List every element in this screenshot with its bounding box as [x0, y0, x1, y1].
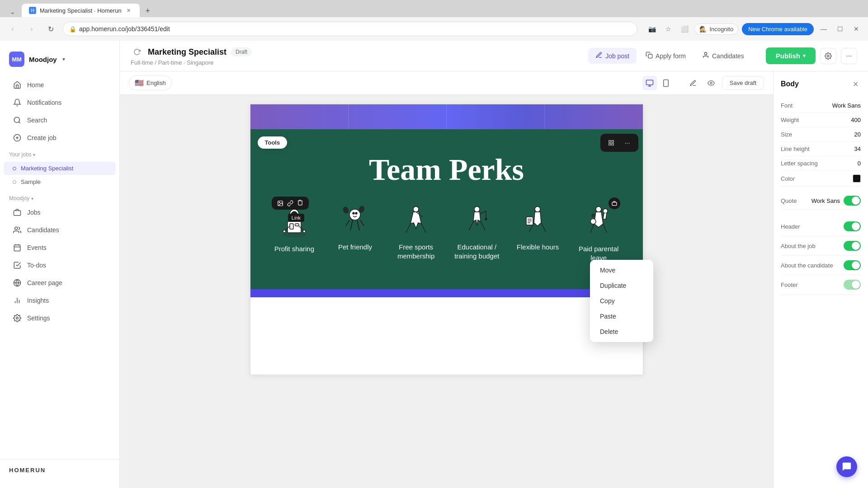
- sidebar-item-candidates[interactable]: Candidates: [4, 221, 116, 239]
- camera-off-btn[interactable]: 📷: [646, 23, 658, 35]
- svg-rect-7: [14, 245, 20, 251]
- close-window-btn[interactable]: ✕: [850, 23, 863, 35]
- desktop-view-btn[interactable]: [642, 76, 657, 90]
- home-label: Home: [27, 81, 44, 89]
- refresh-btn[interactable]: [131, 46, 143, 58]
- panel-row-letter-spacing: Letter spacing 0: [781, 156, 861, 171]
- tab-candidates[interactable]: Candidates: [695, 48, 751, 64]
- perk-action-btn[interactable]: [609, 197, 620, 209]
- search-icon: [13, 116, 22, 125]
- browser-tab-active[interactable]: H Marketing Specialist · Homerun ✕: [22, 4, 140, 17]
- sidebar-item-events[interactable]: Events: [4, 239, 116, 256]
- top-bar-actions: Publish ▾ ···: [766, 47, 857, 64]
- svg-line-66: [603, 224, 607, 233]
- preview-btn[interactable]: [704, 76, 718, 90]
- insights-icon: [13, 296, 22, 305]
- img-toolbar: [272, 197, 309, 210]
- footer-toggle[interactable]: [844, 280, 861, 290]
- panel-row-font: Font Work Sans: [781, 99, 861, 113]
- image-tool-btn[interactable]: [277, 200, 283, 206]
- sidebar-item-create-job[interactable]: Create job: [4, 129, 116, 146]
- context-duplicate[interactable]: Duplicate: [593, 278, 651, 293]
- tab-close-btn[interactable]: ✕: [125, 7, 132, 14]
- sidebar-brand[interactable]: MM Moodjoy ▾: [0, 48, 119, 74]
- new-chrome-btn[interactable]: New Chrome available: [742, 23, 814, 35]
- side-panel-btn[interactable]: ⬜: [678, 23, 691, 35]
- forward-btn[interactable]: ›: [24, 22, 39, 36]
- new-tab-btn[interactable]: +: [142, 5, 154, 17]
- line-height-value[interactable]: 34: [854, 145, 861, 152]
- pencil-btn[interactable]: [686, 76, 700, 90]
- about-candidate-toggle[interactable]: [844, 260, 861, 270]
- tab-title: Marketing Specialist · Homerun: [40, 7, 122, 14]
- publish-btn[interactable]: Publish ▾: [766, 47, 816, 64]
- about-candidate-toggle-label: About the candidate: [781, 262, 833, 269]
- sidebar-item-insights[interactable]: Insights: [4, 292, 116, 309]
- delete-tool-btn[interactable]: [297, 199, 303, 207]
- section-toggles: Header About the job About the candidate…: [781, 217, 861, 295]
- sports-figure: [398, 201, 434, 237]
- sidebar-item-career[interactable]: Career page: [4, 274, 116, 291]
- quote-value[interactable]: Work Sans: [811, 197, 840, 204]
- language-selector[interactable]: 🇺🇸 English: [129, 75, 172, 90]
- perks-title: Team Perks: [269, 152, 625, 188]
- perk-item-educational: Educational / training budget: [451, 201, 503, 260]
- link-tooltip: Link: [288, 214, 304, 222]
- perks-section[interactable]: Tools ··· Team Perks: [250, 129, 643, 289]
- topbar-settings-btn[interactable]: [820, 48, 836, 64]
- save-draft-btn[interactable]: Save draft: [722, 76, 764, 90]
- educational-figure: [459, 201, 495, 237]
- color-swatch[interactable]: [853, 174, 861, 183]
- sidebar-item-todos[interactable]: To-dos: [4, 257, 116, 274]
- sidebar-item-settings[interactable]: Settings: [4, 310, 116, 327]
- about-job-toggle[interactable]: [844, 241, 861, 251]
- svg-rect-28: [612, 143, 613, 145]
- context-paste[interactable]: Paste: [593, 309, 651, 324]
- job-item-sample[interactable]: Sample: [4, 175, 116, 188]
- settings-icon: [13, 314, 22, 323]
- tools-badge[interactable]: Tools: [258, 136, 288, 149]
- back-btn[interactable]: ‹: [5, 22, 20, 36]
- tab-job-post[interactable]: Job post: [588, 48, 637, 64]
- context-copy[interactable]: Copy: [593, 293, 651, 309]
- header-toggle[interactable]: [844, 221, 861, 231]
- perk-item-flexible: Flexible hours: [512, 201, 564, 252]
- layout-icon[interactable]: [605, 136, 618, 149]
- star-btn[interactable]: ☆: [662, 23, 675, 35]
- chat-btn[interactable]: [836, 456, 857, 477]
- canvas: Tools ··· Team Perks: [120, 95, 773, 384]
- tab-apply-form[interactable]: Apply form: [638, 48, 693, 64]
- link-tool-btn[interactable]: [287, 200, 293, 206]
- sidebar-item-jobs[interactable]: Jobs: [4, 204, 116, 221]
- svg-point-45: [355, 212, 357, 214]
- flag-icon: 🇺🇸: [135, 79, 144, 87]
- font-value[interactable]: Work Sans: [832, 102, 861, 109]
- quote-toggle[interactable]: [844, 196, 861, 206]
- restore-btn[interactable]: ☐: [834, 23, 846, 35]
- panel-close-btn[interactable]: ✕: [850, 79, 861, 89]
- minimize-btn[interactable]: —: [817, 23, 830, 35]
- svg-point-18: [704, 52, 707, 55]
- job-item-marketing[interactable]: Marketing Specialist: [4, 162, 116, 175]
- svg-line-49: [406, 224, 410, 233]
- size-label: Size: [781, 131, 792, 138]
- candidates-tab-icon: [702, 52, 709, 60]
- mobile-view-btn[interactable]: [659, 76, 673, 90]
- sidebar-item-search[interactable]: Search: [4, 112, 116, 129]
- reload-btn[interactable]: ↻: [43, 22, 58, 36]
- sidebar-item-notifications[interactable]: Notifications: [4, 94, 116, 111]
- weight-value[interactable]: 400: [851, 117, 861, 123]
- svg-point-43: [349, 209, 360, 220]
- context-delete[interactable]: Delete: [593, 324, 651, 339]
- tab-list-btn[interactable]: ⌄: [7, 6, 18, 17]
- size-value[interactable]: 20: [854, 131, 861, 138]
- sidebar-item-home[interactable]: Home: [4, 76, 116, 94]
- address-bar[interactable]: 🔒 app.homerun.co/job/336451/edit: [62, 22, 637, 36]
- context-move[interactable]: Move: [593, 263, 651, 278]
- topbar-more-btn[interactable]: ···: [841, 48, 857, 64]
- moodjoy-section: Moodjoy ▾: [0, 191, 119, 203]
- svg-point-6: [15, 227, 18, 230]
- more-icon[interactable]: ···: [621, 136, 634, 149]
- letter-spacing-value[interactable]: 0: [858, 160, 861, 167]
- browser-actions: 📷 ☆ ⬜ 🕵️ Incognito New Chrome available …: [646, 23, 863, 35]
